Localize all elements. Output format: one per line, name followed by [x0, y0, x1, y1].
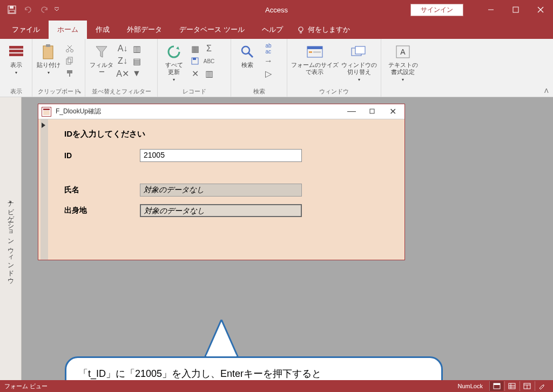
tab-dbtools[interactable]: データベース ツール — [171, 21, 253, 39]
datasheet-view-button[interactable] — [504, 381, 518, 391]
tab-create[interactable]: 作成 — [87, 21, 118, 39]
undo-icon[interactable] — [21, 2, 36, 17]
funnel-icon — [93, 43, 110, 60]
totals-icon[interactable]: Σ — [203, 43, 215, 54]
tab-home[interactable]: ホーム — [49, 21, 87, 39]
new-record-icon[interactable]: ▦ — [189, 43, 201, 54]
find-button[interactable]: 検索 — [234, 41, 260, 69]
callout-pointer-icon — [200, 320, 243, 359]
form-heading: IDを入力してください — [64, 129, 394, 139]
switch-window-icon — [350, 43, 368, 60]
refresh-icon — [165, 43, 183, 60]
view-icon — [8, 43, 25, 60]
clear-sort-icon[interactable]: A✕ — [117, 68, 129, 79]
place-output[interactable]: 対象のデータなし — [140, 204, 302, 217]
svg-rect-36 — [43, 109, 50, 110]
design-view-button[interactable] — [535, 381, 549, 391]
tab-help[interactable]: ヘルプ — [253, 21, 292, 39]
numlock-indicator: NumLock — [458, 383, 483, 389]
save-icon[interactable] — [4, 2, 19, 17]
form-size-button[interactable]: フォームのサイズ で表示 — [291, 41, 339, 76]
svg-rect-11 — [9, 46, 23, 49]
tell-me-label: 何をしますか — [308, 25, 350, 35]
work-area: » ナビゲーション ウィンドウ F_DlookUp確認 — ✕ IDを入力してく… — [0, 97, 553, 380]
text-format-button[interactable]: A テキストの 書式設定 ▾ — [385, 41, 421, 82]
form-body: IDを入力してください ID 21005 氏名 対象のデータなし 出身地 対象の… — [38, 119, 404, 260]
group-window: フォームのサイズ で表示 ウィンドウの 切り替え ▾ ウィンドウ — [287, 39, 381, 97]
svg-rect-40 — [494, 383, 500, 385]
app-title: Access — [265, 6, 288, 14]
format-painter-icon[interactable] — [64, 68, 76, 79]
svg-rect-41 — [509, 383, 515, 389]
form-maximize-button[interactable] — [362, 105, 382, 117]
chevron-down-icon: ▾ — [402, 77, 404, 82]
close-button[interactable] — [528, 0, 553, 19]
minimize-button[interactable] — [478, 0, 503, 19]
svg-point-26 — [242, 46, 249, 54]
id-input[interactable]: 21005 — [140, 149, 302, 162]
maximize-button[interactable] — [503, 0, 528, 19]
view-button[interactable]: 表示 ▾ — [3, 41, 29, 75]
signin-button[interactable]: サインイン — [410, 4, 463, 16]
form-minimize-button[interactable]: — — [342, 105, 361, 117]
lightbulb-icon — [297, 26, 305, 33]
chevron-down-icon: ▾ — [48, 70, 50, 75]
group-clipboard: 貼り付け ▾ クリップボード⬊ — [32, 39, 85, 97]
svg-rect-14 — [43, 46, 53, 59]
text-format-icon: A — [394, 43, 412, 60]
tab-file[interactable]: ファイル — [3, 21, 49, 39]
search-icon — [239, 43, 256, 60]
svg-rect-12 — [9, 50, 23, 52]
selection-filter-icon[interactable]: ▥ — [131, 43, 143, 54]
ribbon: 表示 ▾ 表示 貼り付け ▾ クリップボード⬊ フィルター — [0, 39, 553, 97]
paste-button[interactable]: 貼り付け ▾ — [36, 41, 62, 75]
layout-view-button[interactable] — [520, 381, 534, 391]
name-output[interactable]: 対象のデータなし — [140, 184, 302, 197]
tab-external[interactable]: 外部データ — [118, 21, 171, 39]
replace-icon[interactable]: abac — [262, 43, 274, 54]
qat-customize-icon[interactable] — [53, 2, 60, 17]
sort-asc-icon[interactable]: A↓ — [117, 43, 129, 54]
svg-point-8 — [299, 27, 303, 31]
dialog-launcher-icon[interactable]: ⬊ — [77, 89, 82, 94]
form-view-button[interactable] — [489, 381, 503, 391]
more-icon[interactable]: ▥ — [203, 68, 215, 79]
group-record: すべて 更新 ▾ ▦ ✕ Σ ABC ▥ レコード — [158, 39, 231, 97]
clipboard-icon — [40, 43, 57, 60]
filter-button[interactable]: フィルター — [89, 41, 114, 76]
select-icon[interactable]: ▷ — [262, 68, 274, 79]
spelling-icon[interactable]: ABC — [203, 56, 215, 66]
svg-rect-25 — [193, 58, 196, 60]
sort-desc-icon[interactable]: Z↓ — [117, 56, 129, 66]
cut-icon[interactable] — [64, 43, 76, 54]
svg-rect-2 — [9, 10, 15, 13]
svg-rect-20 — [66, 59, 71, 64]
advanced-filter-icon[interactable]: ▤ — [131, 56, 143, 66]
toggle-filter-icon[interactable]: ▼ — [131, 68, 143, 79]
ribbon-tabs: ファイル ホーム 作成 外部データ データベース ツール ヘルプ 何をしますか — [0, 19, 553, 39]
svg-rect-21 — [68, 57, 72, 63]
group-text-format: A テキストの 書式設定 ▾ — [381, 39, 424, 97]
navigation-pane[interactable]: » ナビゲーション ウィンドウ — [0, 97, 22, 380]
name-label: 氏名 — [64, 185, 140, 195]
form-titlebar: F_DlookUp確認 — ✕ — [38, 104, 404, 119]
redo-icon[interactable] — [37, 2, 52, 17]
record-selector[interactable] — [41, 119, 48, 260]
chevron-down-icon: ▾ — [15, 70, 17, 75]
collapse-ribbon-icon[interactable]: ᐱ — [544, 87, 549, 94]
refresh-all-button[interactable]: すべて 更新 ▾ — [161, 41, 187, 82]
goto-icon[interactable]: → — [262, 56, 274, 66]
svg-rect-29 — [307, 46, 322, 49]
save-record-icon[interactable] — [189, 56, 201, 66]
chevron-right-icon: » — [9, 199, 12, 205]
copy-icon[interactable] — [64, 56, 76, 66]
delete-record-icon[interactable]: ✕ — [189, 68, 201, 79]
chevron-down-icon: ▾ — [173, 77, 175, 82]
svg-line-27 — [248, 53, 253, 57]
current-record-icon — [42, 123, 45, 128]
form-size-icon — [306, 43, 323, 60]
svg-rect-31 — [313, 51, 321, 53]
tell-me[interactable]: 何をしますか — [292, 25, 355, 35]
form-close-button[interactable]: ✕ — [383, 105, 402, 117]
switch-window-button[interactable]: ウィンドウの 切り替え ▾ — [341, 41, 377, 82]
